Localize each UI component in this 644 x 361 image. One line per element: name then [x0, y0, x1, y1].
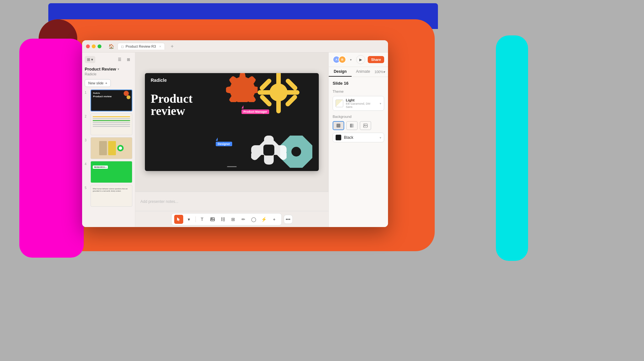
play-button[interactable]: ▶	[356, 55, 365, 64]
bottom-toolbar: ▾ T ⛓ ⊞ ✏ ◯ ⚡ +	[135, 211, 328, 227]
sidebar: ⊞ ▾ ☰ ⊞ Product Review ▾ Radicle New sli…	[82, 52, 135, 227]
slide-thumbnail-5[interactable]: What human behavior science questions th…	[90, 185, 132, 207]
tab-design[interactable]: Design	[329, 67, 352, 77]
zoom-chevron-icon: ▾	[384, 70, 385, 74]
tab-file-icon: ◻	[121, 45, 124, 48]
slide-brand: Radicle	[151, 78, 167, 83]
panel-content: Slide 16 Theme Light EB Garamond, DM San…	[329, 77, 388, 146]
more-options-button[interactable]: •••	[284, 215, 293, 224]
slide-item-3[interactable]: 3	[85, 137, 132, 159]
svg-point-16	[291, 147, 301, 157]
svg-rect-24	[336, 124, 340, 128]
grid-view-button[interactable]: ⊞ ▾	[85, 56, 95, 63]
slide-thumbnail-4[interactable]: RESEARCH +	[90, 161, 132, 183]
slide-item-4[interactable]: 4 RESEARCH +	[85, 161, 132, 183]
svg-rect-25	[350, 124, 354, 128]
avatar-group: A B	[333, 56, 344, 63]
title-bar: 🏠 ◻ Product Review R3 × +	[82, 40, 388, 52]
tab-animate[interactable]: Animate	[352, 67, 374, 77]
table-tool-button[interactable]: ⊞	[229, 215, 238, 224]
canvas-area: Radicle Product review	[135, 52, 328, 227]
slide-thumbnail-1[interactable]: Radicle Product review	[90, 90, 132, 111]
slide-thumbnail-3[interactable]	[90, 137, 132, 159]
slide-number-5: 5	[85, 186, 89, 190]
traffic-lights	[86, 44, 101, 48]
close-button[interactable]	[86, 44, 90, 48]
bg-color-name: Black	[344, 135, 377, 140]
theme-selector[interactable]: Light EB Garamond, DM Sans ▾	[333, 96, 384, 111]
theme-preview-icon	[336, 100, 343, 107]
draw-tool-button[interactable]: ✏	[239, 215, 248, 224]
circle-tool-button[interactable]: ◯	[249, 215, 258, 224]
slide-item-5[interactable]: 5 What human behavior science questions …	[85, 185, 132, 207]
grid-chevron-icon: ▾	[91, 57, 93, 62]
slide-title: Product review	[151, 92, 193, 117]
bg-color-swatch	[336, 135, 341, 140]
slide-thumbnail-2[interactable]	[90, 113, 132, 135]
zoom-control[interactable]: 100% ▾	[374, 67, 388, 77]
tab-close-icon[interactable]: ×	[159, 44, 161, 48]
minimize-button[interactable]	[92, 44, 96, 48]
right-panel: A B ▾ ▶ Share Design Animate 100% ▾	[328, 52, 388, 227]
play-icon: ▶	[359, 58, 362, 62]
white-cross-shape	[251, 136, 287, 165]
project-chevron-icon[interactable]: ▾	[118, 67, 119, 71]
avatar-dropdown-icon[interactable]: ▾	[350, 58, 352, 62]
app-window: 🏠 ◻ Product Review R3 × + ⊞ ▾ ☰ ⊞ Produc	[82, 40, 388, 227]
slide-title-line1: Product	[151, 92, 193, 105]
tab-add-button[interactable]: +	[169, 43, 176, 50]
text-tool-button[interactable]: T	[198, 215, 207, 224]
pm-cursor-label: Product Manager	[242, 109, 269, 114]
tab-label: Product Review R3	[126, 44, 156, 48]
bg-image-button[interactable]	[360, 121, 371, 130]
pm-cursor-arrow	[242, 105, 243, 109]
tab-product-review[interactable]: ◻ Product Review R3 ×	[118, 43, 165, 50]
link-tool-button[interactable]: ⛓	[218, 215, 227, 224]
background-color-selector[interactable]: Black ▾	[333, 133, 384, 142]
slide-canvas-wrapper[interactable]: Radicle Product review	[135, 52, 328, 192]
maximize-button[interactable]	[98, 44, 101, 48]
svg-point-1	[127, 95, 130, 99]
notes-area[interactable]: Add presenter notes...	[135, 192, 328, 211]
bg-gradient-button[interactable]	[346, 121, 358, 130]
zoom-level: 100%	[374, 70, 384, 74]
svg-rect-7	[258, 90, 272, 95]
nodes-tool-button[interactable]: ⚡	[260, 215, 269, 224]
app-body: ⊞ ▾ ☰ ⊞ Product Review ▾ Radicle New sli…	[82, 52, 388, 227]
project-subtitle: Radicle	[85, 72, 132, 76]
cursor-product-manager: Product Manager	[242, 105, 269, 114]
thumb4-badge: RESEARCH +	[93, 166, 108, 169]
bg-solid-button[interactable]	[333, 121, 344, 130]
grid-small-button[interactable]: ⊞	[125, 56, 132, 63]
theme-section-label: Theme	[333, 90, 384, 93]
orange-gear-shape	[225, 73, 258, 102]
image-tool-button[interactable]	[208, 215, 217, 224]
bg-magenta	[19, 39, 84, 258]
svg-rect-5	[276, 73, 281, 86]
panel-tabs: Design Animate 100% ▾	[329, 67, 388, 77]
cursor-tool-dropdown[interactable]: ▾	[185, 215, 194, 224]
background-options	[333, 121, 384, 130]
new-slide-plus-icon: +	[105, 81, 107, 85]
toolbar-divider-1	[195, 216, 196, 222]
project-title-row: Product Review ▾	[85, 67, 132, 71]
theme-name: Light	[346, 98, 377, 102]
grid-icon: ⊞	[87, 57, 90, 62]
background-section-label: Background	[333, 115, 384, 119]
svg-point-27	[365, 125, 365, 125]
slide-number-4: 4	[85, 162, 89, 166]
toolbar-main-group: ▾ T ⛓ ⊞ ✏ ◯ ⚡ +	[171, 213, 282, 225]
new-slide-button[interactable]: New slide +	[85, 79, 111, 87]
designer-cursor-arrow	[216, 138, 218, 141]
slide-item-2[interactable]: 2	[85, 113, 132, 135]
share-button[interactable]: Share	[368, 56, 384, 63]
cursor-tool-button[interactable]	[174, 215, 183, 224]
right-panel-header: A B ▾ ▶ Share	[329, 52, 388, 67]
designer-cursor-label: Designer	[216, 142, 232, 146]
list-view-button[interactable]: ☰	[116, 56, 123, 63]
project-title: Product Review	[85, 67, 116, 71]
slide-item-1[interactable]: 1 Radicle Product review	[85, 90, 132, 111]
add-tool-button[interactable]: +	[270, 215, 279, 224]
svg-point-23	[211, 218, 212, 219]
home-icon[interactable]: 🏠	[107, 43, 115, 50]
